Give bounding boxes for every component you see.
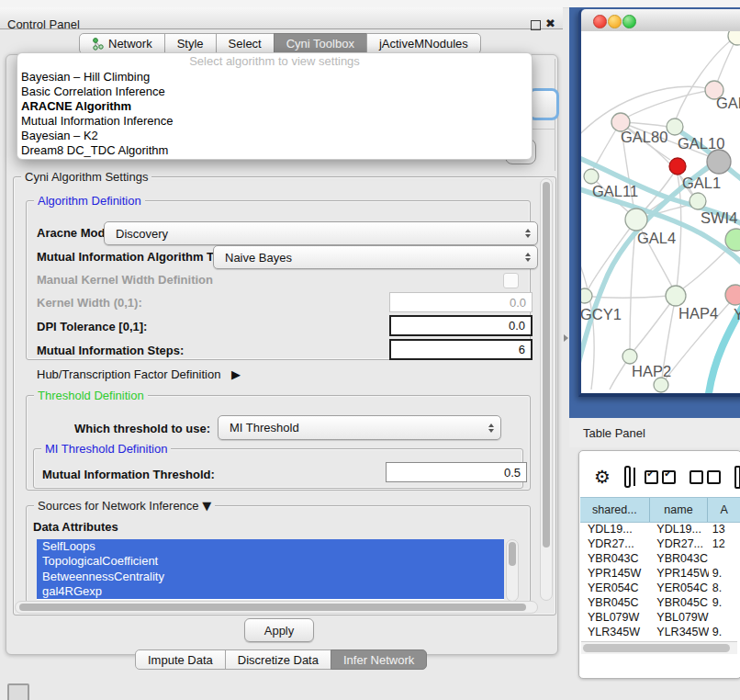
select-all-icon[interactable]	[645, 470, 676, 484]
apply-button[interactable]: Apply	[244, 618, 314, 642]
table-cell: 12	[709, 536, 740, 551]
kernel-width-label: Kernel Width (0,1):	[37, 296, 142, 310]
float-panel-icon[interactable]	[531, 20, 541, 30]
table-horizontal-scrollbar[interactable]	[581, 641, 737, 654]
column-header[interactable]: name	[650, 498, 709, 522]
table-cell: YBR045C	[580, 595, 649, 610]
table-row[interactable]: YPR145WYPR145W9.	[580, 566, 740, 581]
table-cell: YLR345W	[580, 625, 649, 639]
table-hscroll-thumb[interactable]	[583, 644, 730, 652]
table-cell: 9.	[709, 595, 740, 610]
network-node-gcy1[interactable]	[581, 288, 592, 303]
close-icon[interactable]: ✖	[545, 17, 555, 30]
minimized-panel-icon[interactable]	[7, 683, 29, 700]
attribute-item[interactable]: gal4RGexp	[37, 584, 504, 599]
aracne-mode-select[interactable]: Discovery	[104, 221, 538, 245]
dropdown-item[interactable]: Bayesian – Hill Climbing	[17, 70, 532, 85]
expand-arrow-icon[interactable]: ▶	[231, 367, 241, 381]
deselect-all-icon[interactable]	[690, 470, 721, 484]
dropdown-item[interactable]: ARACNE Algorithm	[17, 99, 532, 114]
mi-type-select[interactable]: Naive Bayes	[213, 245, 538, 269]
attribute-item[interactable]: BetweennessCentrality	[37, 570, 504, 584]
dropdown-item[interactable]: Basic Correlation Inference	[17, 85, 532, 99]
dropdown-item[interactable]: Mutual Information Inference	[17, 114, 532, 129]
dropdown-prompt: Select algorithm to view settings	[17, 53, 532, 70]
network-graph: GALGAL80GAL10GAL1GAL11GAL4SWI4GCY1HAP4YH…	[581, 31, 740, 393]
combo-arrows-icon	[488, 423, 494, 433]
attribute-item[interactable]: TopologicalCoefficient	[37, 554, 504, 569]
kernel-width-field[interactable]: 0.0	[389, 292, 533, 312]
tab-jactivemnodules[interactable]: jActiveMNodules	[366, 33, 481, 54]
tab-label: Style	[177, 37, 204, 51]
network-canvas[interactable]: GALGAL80GAL10GAL1GAL11GAL4SWI4GCY1HAP4YH…	[581, 31, 740, 393]
mi-threshold-field[interactable]: 0.5	[386, 462, 527, 482]
network-node-gal10[interactable]	[667, 119, 683, 135]
attributes-scroll-thumb[interactable]	[509, 542, 516, 566]
table-cell: YBR043C	[649, 551, 708, 566]
column-header[interactable]: A	[708, 498, 740, 522]
collapse-arrow-icon[interactable]: ▼	[202, 499, 211, 513]
bottom-tabs: Impute DataDiscretize DataInfer Network	[135, 649, 427, 670]
network-node[interactable]	[654, 378, 668, 392]
dropdown-item[interactable]: Dream8 DC_TDC Algorithm	[17, 143, 532, 158]
table-cell: YDR27...	[649, 536, 708, 551]
table-row[interactable]: YBR043CYBR043C	[580, 551, 740, 566]
column-header[interactable]: shared...	[580, 498, 650, 522]
network-node[interactable]	[707, 150, 731, 174]
table-cell: YPR145W	[649, 566, 708, 581]
settings-hscroll-thumb[interactable]	[19, 604, 526, 611]
network-node[interactable]	[669, 158, 686, 175]
table-row[interactable]: YDL19...YDL19...13	[580, 522, 740, 536]
table-cell: YDR27...	[580, 536, 649, 551]
table-cell: YLR345W	[649, 625, 708, 639]
zoom-traffic-light[interactable]	[622, 15, 636, 28]
split-divider-arrow[interactable]	[564, 334, 568, 342]
network-window-titlebar[interactable]	[581, 9, 740, 32]
mi-steps-field[interactable]: 6	[389, 339, 533, 360]
network-node-gal1[interactable]	[690, 193, 706, 209]
close-traffic-light[interactable]	[593, 15, 607, 28]
manual-kernel-checkbox[interactable]	[503, 273, 519, 288]
tab-impute-data[interactable]: Impute Data	[135, 649, 226, 670]
tab-label: Impute Data	[148, 653, 213, 667]
table-row[interactable]: YLR345WYLR345W9.	[580, 625, 740, 639]
tab-discretize-data[interactable]: Discretize Data	[225, 649, 331, 670]
dpi-tolerance-field[interactable]: 0.0	[389, 315, 533, 336]
mi-type-label: Mutual Information Algorithm Type:	[37, 250, 238, 264]
tab-cyni-toolbox[interactable]: Cyni Toolbox	[274, 33, 367, 54]
network-node-hap4[interactable]	[666, 286, 686, 306]
network-node[interactable]	[728, 31, 740, 45]
table-row[interactable]: YBR045CYBR045C9.	[580, 595, 740, 610]
network-node-hap2[interactable]	[622, 349, 637, 364]
network-node-swi4[interactable]	[725, 229, 740, 251]
node-label: Y	[734, 306, 740, 322]
table-row[interactable]: YDR27...YDR27...12	[580, 536, 740, 551]
table-row[interactable]: YER054CYER054C8.	[580, 581, 740, 595]
dropdown-item[interactable]: Bayesian – K2	[17, 129, 532, 143]
node-label: GAL	[716, 95, 740, 111]
tab-select[interactable]: Select	[216, 33, 275, 54]
kernel-width-value: 0.0	[510, 296, 526, 310]
gear-icon[interactable]: ⚙	[594, 468, 611, 486]
panel-title: Control Panel	[7, 17, 80, 31]
tab-infer-network[interactable]: Infer Network	[331, 649, 427, 670]
network-node-gal11[interactable]	[584, 169, 599, 184]
tab-style[interactable]: Style	[164, 33, 217, 54]
sources-title-text: Sources for Network Inference	[38, 499, 199, 513]
network-node-gal4[interactable]	[625, 209, 647, 231]
settings-vertical-scrollbar[interactable]	[540, 178, 553, 601]
attribute-item[interactable]: SelfLoops	[37, 539, 504, 554]
settings-vscroll-thumb[interactable]	[543, 182, 550, 548]
which-threshold-select[interactable]: MI Threshold	[218, 415, 501, 440]
column-view-icon[interactable]	[624, 466, 631, 488]
minimize-traffic-light[interactable]	[608, 15, 622, 28]
table-row[interactable]: YBL079WYBL079W	[580, 610, 740, 625]
attributes-scrollbar[interactable]	[506, 539, 519, 602]
manual-kernel-label: Manual Kernel Width Definition	[37, 273, 213, 287]
document-icon[interactable]	[734, 466, 740, 489]
settings-horizontal-scrollbar[interactable]	[15, 601, 538, 614]
which-threshold-value: MI Threshold	[230, 421, 299, 435]
tab-network[interactable]: Network	[79, 33, 165, 54]
network-node-y[interactable]	[725, 285, 740, 305]
hub-definition-text: Hub/Transcription Factor Definition	[37, 367, 220, 381]
